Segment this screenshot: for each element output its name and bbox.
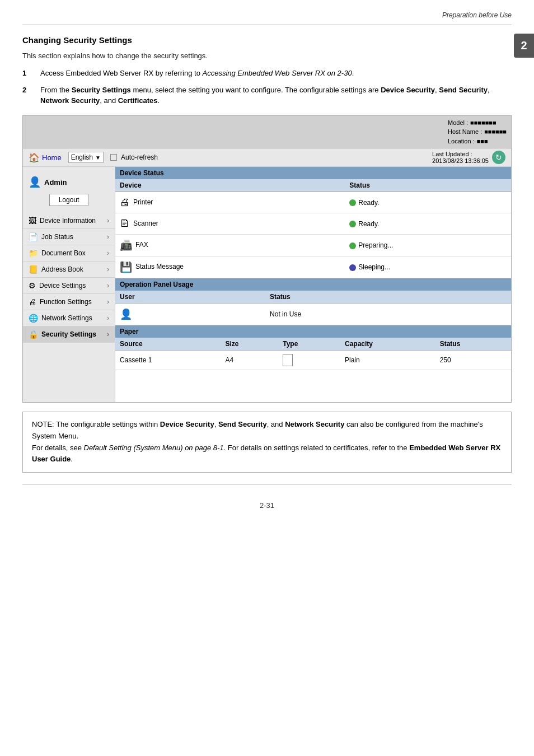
status-dot-green-2	[349, 221, 356, 227]
logout-button[interactable]: Logout	[49, 194, 89, 206]
sidebar-item-device-settings[interactable]: ⚙ Device Settings ›	[23, 278, 115, 294]
note-box: NOTE: The configurable settings within D…	[22, 412, 512, 473]
table-row: 👤 Not in Use	[115, 304, 511, 325]
chevron-right-icon-6: ›	[107, 298, 109, 306]
fax-status: Preparing...	[345, 235, 511, 256]
page-number: 2-31	[22, 501, 512, 510]
web-ui-top-bar: Model : ■■■■■■■ Host Name : ■■■■■■ Locat…	[23, 116, 511, 149]
sidebar-label-function-settings: Function Settings	[40, 298, 92, 306]
chevron-right-icon-4: ›	[107, 265, 109, 273]
status-dot-green-1	[349, 199, 356, 206]
auto-refresh-label: Auto-refresh	[121, 153, 158, 161]
last-updated-label: Last Updated :	[432, 151, 489, 157]
paper-col-source: Source	[115, 338, 221, 351]
fax-icon: 📠	[120, 240, 132, 251]
table-row: 💾Status Message Sleeping...	[115, 256, 511, 278]
paper-capacity: 250	[435, 351, 511, 370]
chevron-right-icon: ›	[107, 217, 109, 225]
home-link[interactable]: 🏠 Home	[29, 152, 62, 163]
sidebar-item-network-settings[interactable]: 🌐 Network Settings ›	[23, 310, 115, 326]
home-label: Home	[42, 153, 62, 162]
model-label: Model :	[448, 118, 468, 128]
dropdown-arrow-icon: ▼	[95, 155, 101, 161]
paper-table: Source Size Type Capacity Status Cassett…	[115, 338, 511, 370]
sidebar-item-document-box[interactable]: 📁 Document Box ›	[23, 245, 115, 262]
status-dot-green-3	[349, 242, 356, 249]
paper-source: Cassette 1	[115, 351, 221, 370]
device-info-icon: 🖼	[29, 216, 36, 225]
location-value: ■■■	[477, 137, 488, 146]
sidebar-label-security-settings: Security Settings	[41, 330, 96, 338]
web-ui-main: 👤 Admin Logout 🖼 Device Information › 📄 …	[23, 167, 511, 402]
chapter-badge: 2	[514, 34, 534, 58]
last-updated-value: 2013/08/23 13:36:05	[432, 157, 489, 164]
paper-col-capacity: Capacity	[340, 338, 435, 351]
sidebar-label-device-settings: Device Settings	[39, 282, 86, 290]
auto-refresh-checkbox[interactable]: Auto-refresh	[110, 153, 158, 161]
status-message-icon: 💾	[120, 262, 132, 273]
user-label: Admin	[44, 178, 67, 186]
operation-panel-header: Operation Panel Usage	[115, 278, 511, 291]
sidebar-label-address-book: Address Book	[41, 265, 83, 273]
sidebar-label-document-box: Document Box	[41, 249, 86, 257]
sidebar-item-function-settings[interactable]: 🖨 Function Settings ›	[23, 294, 115, 310]
device-status-table: Device Status 🖨Printer Ready.	[115, 179, 511, 278]
web-ui-toolbar: 🏠 Home English ▼ Auto-refresh Last Updat…	[23, 148, 511, 167]
paper-type-icon	[278, 351, 340, 370]
scanner-icon: 🖹	[120, 218, 130, 229]
network-settings-icon: 🌐	[29, 314, 38, 323]
footer-divider	[22, 484, 512, 484]
location-label: Location :	[448, 137, 475, 146]
intro-text: This section explains how to change the …	[22, 52, 512, 60]
table-row: 📠FAX Preparing...	[115, 235, 511, 256]
chevron-right-icon-2: ›	[107, 233, 109, 241]
language-select[interactable]: English ▼	[68, 152, 104, 163]
paper-section-header: Paper	[115, 325, 511, 338]
host-label: Host Name :	[448, 127, 482, 137]
operation-panel-table: User Status 👤 Not in Use	[115, 291, 511, 325]
chevron-right-icon-5: ›	[107, 282, 109, 290]
table-row: 🖨Printer Ready.	[115, 192, 511, 213]
col-status: Status	[345, 179, 511, 192]
document-box-icon: 📁	[29, 249, 38, 258]
sidebar-item-address-book[interactable]: 📒 Address Book ›	[23, 262, 115, 278]
paper-col-size: Size	[221, 338, 278, 351]
device-scanner: 🖹Scanner	[115, 213, 345, 235]
sidebar-item-job-status[interactable]: 📄 Job Status ›	[23, 229, 115, 245]
device-settings-icon: ⚙	[29, 281, 36, 290]
chevron-right-icon-3: ›	[107, 249, 109, 257]
note-label: NOTE:	[32, 420, 54, 428]
sidebar-user: 👤 Admin	[23, 172, 115, 192]
status-dot-blue	[349, 264, 356, 271]
step-1-text: Access Embedded Web Server RX by referri…	[40, 68, 354, 79]
step-list: 1 Access Embedded Web Server RX by refer…	[22, 68, 512, 106]
step-2-num: 2	[22, 85, 31, 106]
host-value: ■■■■■■	[484, 127, 507, 137]
device-status-message: 💾Status Message	[115, 256, 345, 278]
sidebar-item-device-information[interactable]: 🖼 Device Information ›	[23, 213, 115, 229]
home-icon: 🏠	[29, 152, 40, 163]
col-op-status: Status	[265, 291, 511, 304]
step-1-num: 1	[22, 68, 31, 79]
refresh-button[interactable]: ↻	[492, 151, 505, 164]
model-value: ■■■■■■■	[470, 118, 496, 128]
op-status-value: Not in Use	[265, 304, 511, 325]
user-op-icon: 👤	[120, 309, 132, 320]
paper-type: Plain	[340, 351, 435, 370]
function-settings-icon: 🖨	[29, 297, 36, 306]
paper-size: A4	[221, 351, 278, 370]
web-ui-sidebar: 👤 Admin Logout 🖼 Device Information › 📄 …	[23, 167, 115, 402]
preparation-label: Preparation before Use	[22, 11, 512, 19]
sidebar-label-job-status: Job Status	[41, 233, 73, 241]
sidebar-item-security-settings[interactable]: 🔒 Security Settings ›	[23, 326, 115, 343]
top-divider	[22, 25, 512, 25]
col-user: User	[115, 291, 265, 304]
web-ui-screenshot: Model : ■■■■■■■ Host Name : ■■■■■■ Locat…	[22, 115, 512, 403]
web-ui-content: Device Status Device Status 🖨Printer	[115, 167, 511, 402]
printer-status: Ready.	[345, 192, 511, 213]
last-updated-panel: Last Updated : 2013/08/23 13:36:05 ↻	[432, 151, 505, 164]
device-printer: 🖨Printer	[115, 192, 345, 213]
chevron-right-icon-8: ›	[107, 330, 109, 338]
address-book-icon: 📒	[29, 265, 38, 274]
step-1: 1 Access Embedded Web Server RX by refer…	[22, 68, 512, 79]
